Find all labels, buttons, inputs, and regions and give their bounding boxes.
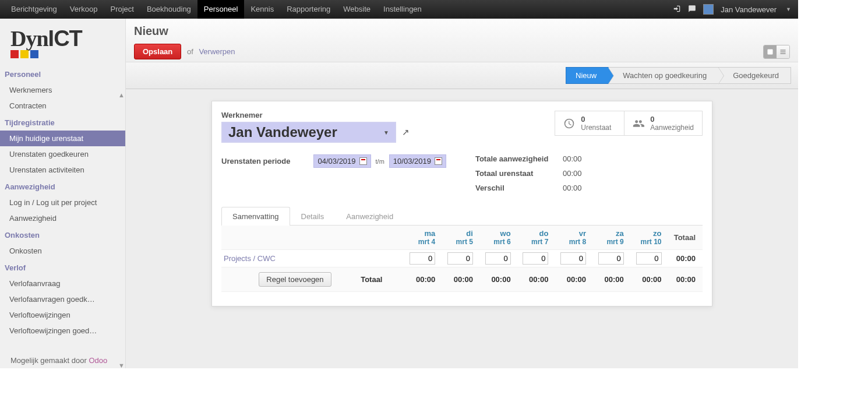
chevron-down-icon: ▼	[383, 129, 389, 136]
form-view-button[interactable]	[764, 45, 777, 58]
sidebar-group: Personeel	[0, 65, 125, 82]
view-switcher	[763, 45, 790, 59]
sidebar-item[interactable]: Log in / Log uit per project	[0, 195, 125, 210]
nav-berichtgeving[interactable]: Berichtgeving	[5, 0, 63, 19]
sidebar: ▲ ▼ DynICT PersoneelWerknemersContracten…	[0, 19, 126, 368]
scroll-up-icon[interactable]: ▲	[118, 92, 124, 98]
hour-input[interactable]	[598, 252, 624, 265]
sidebar-group: Tijdregistratie	[0, 114, 125, 131]
avatar	[703, 4, 714, 15]
sidebar-item[interactable]: Verloftoewijzingen	[0, 307, 125, 323]
user-name: Jan Vandewever	[721, 5, 777, 14]
date-to-input[interactable]: 10/03/2019	[389, 154, 446, 168]
add-line-button[interactable]: Regel toevoegen	[259, 272, 331, 287]
date-from-input[interactable]: 04/03/2019	[313, 154, 371, 168]
tab-details[interactable]: Details	[290, 207, 336, 226]
nav-kennis[interactable]: Kennis	[244, 0, 280, 19]
period-label: Urenstaten periode	[221, 157, 290, 165]
nav-personeel[interactable]: Personeel	[197, 0, 245, 19]
login-icon[interactable]	[673, 5, 681, 15]
nav-boekhouding[interactable]: Boekhouding	[140, 0, 197, 19]
nav-rapportering[interactable]: Rapportering	[280, 0, 337, 19]
page-title: Nieuw	[134, 24, 790, 38]
top-nav: BerichtgevingVerkoopProjectBoekhoudingPe…	[0, 0, 798, 19]
tab-aanwezigheid[interactable]: Aanwezigheid	[335, 207, 404, 226]
sidebar-item[interactable]: Urenstaten activiteiten	[0, 162, 125, 178]
sidebar-item[interactable]: Onkosten	[0, 243, 125, 259]
svg-rect-0	[768, 49, 773, 54]
sidebar-item[interactable]: Verlofaanvragen goedk…	[0, 291, 125, 307]
sidebar-item[interactable]: Werknemers	[0, 82, 125, 98]
odoo-link[interactable]: Odoo	[89, 356, 107, 365]
tabs: SamenvattingDetailsAanwezigheid	[221, 206, 703, 226]
calendar-icon	[435, 157, 442, 165]
list-view-button[interactable]	[777, 45, 789, 58]
logo: DynICT	[0, 19, 125, 65]
hour-input[interactable]	[447, 252, 473, 265]
sidebar-item[interactable]: Verlofaanvraag	[0, 276, 125, 291]
discard-link[interactable]: Verwerpen	[199, 47, 235, 56]
main-content: Nieuw Opslaan of Verwerpen NieuwWachten …	[126, 19, 798, 368]
nav-instellingen[interactable]: Instellingen	[377, 0, 428, 19]
hour-input[interactable]	[636, 252, 662, 265]
sidebar-item[interactable]: Mijn huidige urenstaat	[0, 131, 125, 146]
status-0[interactable]: Nieuw	[566, 67, 609, 84]
scroll-down-icon[interactable]: ▼	[118, 362, 124, 368]
save-button[interactable]: Opslaan	[134, 44, 181, 59]
sidebar-group: Onkosten	[0, 226, 125, 243]
timesheet-grid: mamrt 4dimrt 5womrt 6domrt 7vrmrt 8zamrt…	[221, 226, 703, 292]
nav-verkoop[interactable]: Verkoop	[63, 0, 104, 19]
hour-input[interactable]	[485, 252, 511, 265]
users-icon	[633, 118, 644, 129]
nav-website[interactable]: Website	[337, 0, 377, 19]
external-link-icon[interactable]: ↗	[402, 127, 410, 138]
calendar-icon	[359, 157, 367, 165]
tab-samenvatting[interactable]: Samenvatting	[221, 207, 290, 226]
table-footer: Regel toevoegen Totaal00:0000:0000:0000:…	[221, 267, 703, 292]
chat-icon[interactable]	[688, 5, 696, 15]
table-row: Projects / CWC00:00	[221, 250, 703, 267]
stat-timesheet[interactable]: 0Urenstaat	[555, 111, 624, 136]
user-menu[interactable]: Jan Vandewever ▼	[673, 4, 793, 15]
sidebar-item[interactable]: Contracten	[0, 98, 125, 114]
clock-icon	[563, 118, 575, 129]
nav-project[interactable]: Project	[104, 0, 140, 19]
status-1[interactable]: Wachten op goedkeuring	[609, 67, 719, 84]
hour-input[interactable]	[560, 252, 586, 265]
project-link[interactable]: Projects / CWC	[221, 250, 400, 267]
employee-select[interactable]: Jan Vandeweyer▼	[221, 122, 396, 143]
hour-input[interactable]	[410, 252, 435, 265]
status-2[interactable]: Goedgekeurd	[719, 67, 791, 84]
hour-input[interactable]	[523, 252, 548, 265]
chevron-down-icon: ▼	[786, 6, 791, 12]
sidebar-item[interactable]: Urenstaten goedkeuren	[0, 146, 125, 162]
sidebar-group: Aanwezigheid	[0, 178, 125, 195]
stat-attendance[interactable]: 0Aanwezigheid	[624, 111, 703, 136]
sidebar-item[interactable]: Aanwezigheid	[0, 210, 125, 226]
status-bar: NieuwWachten op goedkeuringGoedgekeurd	[566, 67, 791, 84]
powered-by: Mogelijk gemaakt door Odoo	[10, 356, 107, 365]
sidebar-item[interactable]: Verloftoewijzingen goed…	[0, 323, 125, 339]
sidebar-group: Verlof	[0, 259, 125, 276]
employee-label: Werknemer	[221, 111, 541, 119]
form-sheet: Werknemer Jan Vandeweyer▼ ↗ 0Urenstaat	[211, 101, 712, 307]
